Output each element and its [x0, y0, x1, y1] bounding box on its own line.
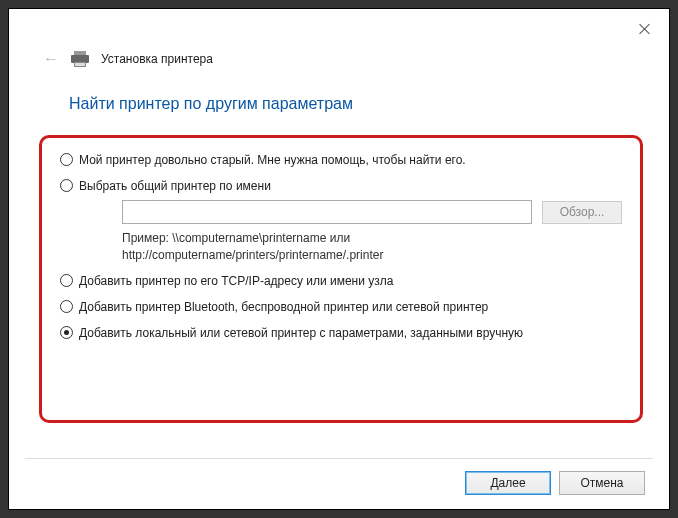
option-old-printer[interactable]: Мой принтер довольно старый. Мне нужна п… — [60, 152, 622, 168]
radio-icon[interactable] — [60, 274, 73, 287]
radio-icon[interactable] — [60, 153, 73, 166]
option-label: Мой принтер довольно старый. Мне нужна п… — [79, 152, 466, 168]
cancel-button[interactable]: Отмена — [559, 471, 645, 495]
option-label: Выбрать общий принтер по имени — [79, 178, 271, 194]
option-label: Добавить принтер по его TCP/IP-адресу ил… — [79, 273, 393, 289]
footer-buttons: Далее Отмена — [465, 471, 645, 495]
printer-icon — [71, 51, 89, 67]
next-button[interactable]: Далее — [465, 471, 551, 495]
option-bluetooth[interactable]: Добавить принтер Bluetooth, беспроводной… — [60, 299, 622, 315]
radio-icon[interactable] — [60, 300, 73, 313]
shared-subsection: Обзор... Пример: \\computername\printern… — [122, 200, 622, 262]
options-highlight-box: Мой принтер довольно старый. Мне нужна п… — [39, 135, 643, 423]
back-arrow-icon[interactable]: ← — [43, 51, 59, 67]
printer-name-input[interactable] — [122, 200, 532, 224]
example-text: Пример: \\computername\printername или h… — [122, 230, 622, 262]
radio-icon[interactable] — [60, 179, 73, 192]
option-label: Добавить принтер Bluetooth, беспроводной… — [79, 299, 488, 315]
wizard-header: ← Установка принтера — [43, 51, 635, 67]
option-shared-by-name[interactable]: Выбрать общий принтер по имени — [60, 178, 622, 194]
option-manual[interactable]: Добавить локальный или сетевой принтер с… — [60, 325, 622, 341]
example-line: http://computername/printers/printername… — [122, 248, 383, 262]
example-line: Пример: \\computername\printername или — [122, 231, 350, 245]
radio-icon[interactable] — [60, 326, 73, 339]
option-tcp-ip[interactable]: Добавить принтер по его TCP/IP-адресу ил… — [60, 273, 622, 289]
option-label: Добавить локальный или сетевой принтер с… — [79, 325, 523, 341]
wizard-window: ← Установка принтера Найти принтер по др… — [8, 8, 670, 510]
close-icon[interactable] — [639, 23, 651, 35]
footer-separator — [25, 458, 653, 459]
wizard-title: Установка принтера — [101, 52, 213, 66]
browse-button: Обзор... — [542, 201, 622, 224]
page-title: Найти принтер по другим параметрам — [69, 95, 353, 113]
